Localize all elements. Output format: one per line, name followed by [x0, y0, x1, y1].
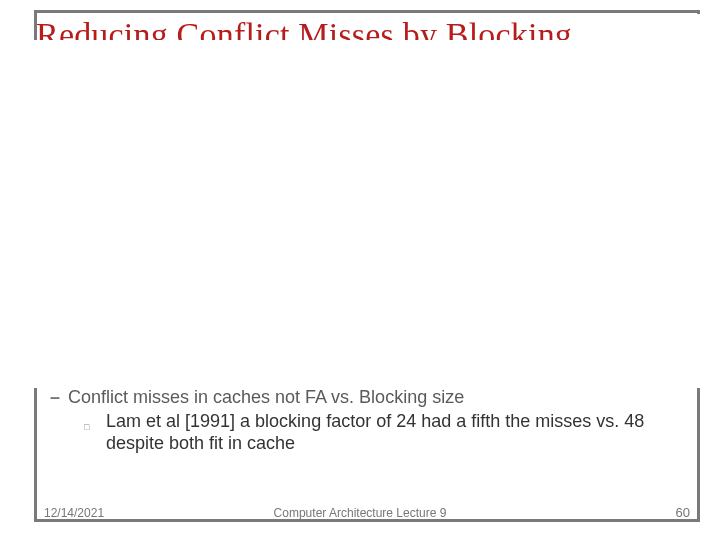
bullet-level-2: □ Lam et al [1991] a blocking factor of … — [84, 410, 690, 454]
footer-page-number: 60 — [676, 505, 690, 520]
bullet-level-1: – Conflict misses in caches not FA vs. B… — [50, 386, 690, 408]
dash-icon: – — [50, 386, 68, 408]
slide-body: – Conflict misses in caches not FA vs. B… — [50, 386, 690, 454]
square-bullet-icon: □ — [84, 410, 106, 438]
bullet-text: Conflict misses in caches not FA vs. Blo… — [68, 386, 464, 408]
occlusion-right-notch — [692, 14, 714, 40]
sub-bullet-text: Lam et al [1991] a blocking factor of 24… — [106, 410, 690, 454]
occlusion-main — [22, 40, 714, 388]
footer-center: Computer Architecture Lecture 9 — [0, 506, 720, 520]
